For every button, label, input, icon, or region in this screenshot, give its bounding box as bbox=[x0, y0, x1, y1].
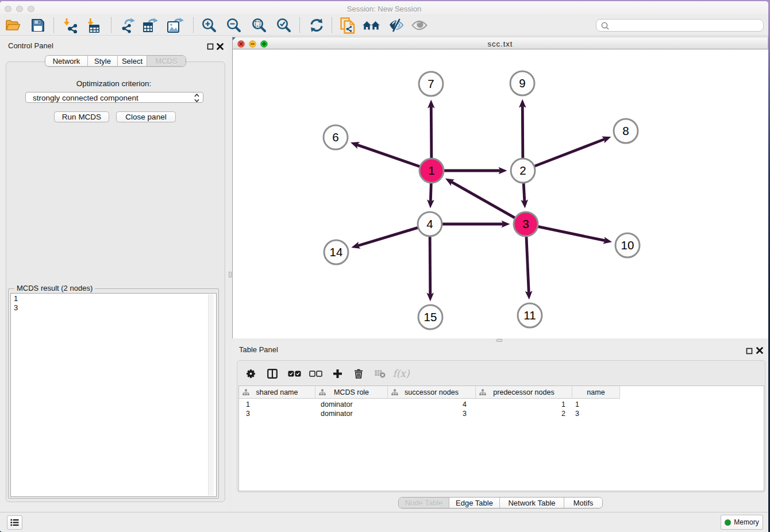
table-function-icon[interactable]: f(x) bbox=[392, 366, 410, 381]
network-canvas[interactable]: 7968124314101511 bbox=[233, 49, 768, 338]
table-delete-icon[interactable] bbox=[350, 366, 367, 381]
graph-edge-2-3[interactable] bbox=[523, 182, 525, 201]
toolbar-separator bbox=[111, 17, 111, 33]
table-tabs: Node TableEdge TableNetwork TableMotifs bbox=[398, 497, 603, 508]
horizontal-splitter-grip[interactable] bbox=[496, 339, 502, 342]
run-mcds-button[interactable]: Run MCDS bbox=[54, 111, 109, 122]
open-session-icon[interactable] bbox=[3, 17, 22, 34]
hide-selected-icon[interactable] bbox=[387, 17, 406, 34]
tab-select[interactable]: Select bbox=[118, 56, 147, 66]
task-list-icon bbox=[10, 519, 19, 526]
node-table[interactable]: shared nameMCDS rolesuccessor nodesprede… bbox=[238, 385, 764, 491]
graph-edge-1-4[interactable] bbox=[430, 182, 431, 201]
column-header-label: name bbox=[587, 388, 605, 396]
column-header-label: successor nodes bbox=[405, 388, 459, 396]
tab-network[interactable]: Network bbox=[45, 56, 88, 66]
tab-mcds[interactable]: MCDS bbox=[147, 56, 186, 66]
graph-node-label: 3 bbox=[522, 217, 529, 230]
table-panel-close-icon[interactable] bbox=[756, 346, 764, 353]
tab-style[interactable]: Style bbox=[88, 56, 118, 66]
export-image-icon[interactable] bbox=[167, 17, 185, 34]
graph-edge-1-7[interactable] bbox=[431, 106, 432, 159]
apply-layout-icon[interactable] bbox=[307, 17, 326, 34]
result-item: 3 bbox=[11, 303, 216, 312]
network-frame: scc.txt 7968124314101511 bbox=[232, 37, 768, 338]
memory-status-icon bbox=[725, 519, 731, 526]
graph-node-label: 15 bbox=[424, 310, 437, 323]
table-row[interactable]: 3dominator323 bbox=[239, 409, 764, 418]
graph-node-label: 7 bbox=[428, 77, 434, 90]
function-builder-label: f(x) bbox=[392, 368, 409, 379]
graph-node-label: 11 bbox=[523, 309, 536, 322]
table-tab-network-table[interactable]: Network Table bbox=[500, 498, 564, 508]
graph-node-label: 4 bbox=[426, 217, 433, 230]
zoom-out-icon[interactable] bbox=[225, 17, 243, 34]
table-panel: Table Panel bbox=[232, 342, 768, 512]
graph-edge-4-15[interactable] bbox=[430, 236, 430, 294]
table-tab-node-table[interactable]: Node Table bbox=[399, 498, 449, 508]
control-panel-close-icon[interactable] bbox=[217, 42, 224, 49]
vertical-splitter-grip[interactable] bbox=[229, 272, 232, 277]
column-header-label: predecessor nodes bbox=[493, 388, 554, 396]
dropdown-stepper-icon bbox=[194, 93, 200, 103]
graph-edge-3-10[interactable] bbox=[537, 226, 605, 241]
task-history-button[interactable] bbox=[7, 515, 22, 530]
table-row[interactable]: 1dominator411 bbox=[239, 400, 764, 409]
table-deselect-all-icon[interactable] bbox=[307, 366, 324, 381]
vertical-splitter[interactable] bbox=[228, 36, 232, 512]
table-add-icon[interactable] bbox=[329, 366, 346, 381]
table-panel-title: Table Panel bbox=[239, 345, 278, 354]
column-header-predecessor-nodes[interactable]: predecessor nodes bbox=[476, 386, 572, 399]
close-panel-button[interactable]: Close panel bbox=[116, 111, 176, 122]
column-header-shared-name[interactable]: shared name bbox=[239, 386, 315, 399]
zoom-in-icon[interactable] bbox=[200, 17, 218, 34]
graph-edge-3-11[interactable] bbox=[526, 236, 529, 292]
graph-edge-2-8[interactable] bbox=[534, 139, 605, 166]
import-network-icon[interactable] bbox=[61, 17, 79, 34]
column-header-successor-nodes[interactable]: successor nodes bbox=[388, 386, 476, 399]
table-settings-icon[interactable] bbox=[242, 366, 259, 381]
column-header-name[interactable]: name bbox=[572, 386, 620, 399]
clone-network-icon[interactable] bbox=[338, 17, 357, 34]
graph-edge-4-14[interactable] bbox=[358, 228, 419, 246]
network-frame-titlebar[interactable]: scc.txt bbox=[233, 37, 768, 49]
table-delete-table-icon[interactable] bbox=[371, 366, 388, 381]
table-cell: 1 bbox=[476, 400, 572, 409]
table-tab-motifs[interactable]: Motifs bbox=[564, 498, 602, 508]
save-session-icon[interactable] bbox=[29, 17, 47, 34]
criterion-dropdown[interactable]: strongly connected component bbox=[25, 92, 203, 103]
column-header-label: MCDS role bbox=[334, 388, 369, 396]
search-box[interactable] bbox=[596, 19, 764, 32]
graph-edge-3-1[interactable] bbox=[451, 182, 515, 218]
zoom-selected-icon[interactable] bbox=[275, 17, 293, 34]
mcds-result-group: MCDS result (2 nodes) 13 bbox=[8, 288, 219, 499]
result-scrollbar[interactable] bbox=[208, 294, 214, 496]
table-cell: 4 bbox=[388, 400, 476, 409]
table-columns-icon[interactable] bbox=[264, 366, 281, 381]
table-cell: 1 bbox=[239, 400, 315, 409]
column-header-MCDS-role[interactable]: MCDS role bbox=[315, 386, 388, 399]
horizontal-splitter[interactable] bbox=[232, 338, 768, 342]
graph-edge-2-9[interactable] bbox=[522, 106, 523, 159]
toolbar-separator bbox=[53, 17, 54, 33]
first-neighbors-icon[interactable] bbox=[362, 17, 380, 34]
table-select-all-icon[interactable] bbox=[286, 366, 303, 381]
network-frame-title: scc.txt bbox=[233, 40, 768, 48]
table-panel-float-icon[interactable] bbox=[746, 346, 753, 354]
export-network-icon[interactable] bbox=[120, 17, 138, 34]
control-panel-float-icon[interactable] bbox=[207, 42, 214, 49]
table-tab-edge-table[interactable]: Edge Table bbox=[449, 498, 500, 508]
optimization-criterion-label: Optimization criterion: bbox=[0, 79, 228, 88]
graph-node-label: 2 bbox=[519, 164, 526, 177]
table-cell: dominator bbox=[315, 400, 388, 409]
zoom-fit-icon[interactable] bbox=[250, 17, 268, 34]
mcds-result-list[interactable]: 13 bbox=[10, 293, 217, 497]
graph-edge-1-6[interactable] bbox=[357, 145, 421, 167]
graph-node-label: 14 bbox=[330, 245, 343, 259]
export-table-icon[interactable] bbox=[141, 17, 160, 34]
show-all-icon[interactable] bbox=[410, 17, 429, 34]
memory-button[interactable]: Memory bbox=[721, 515, 763, 530]
import-table-icon[interactable] bbox=[84, 17, 102, 34]
search-input[interactable] bbox=[611, 20, 758, 30]
table-cell: 3 bbox=[239, 409, 315, 418]
